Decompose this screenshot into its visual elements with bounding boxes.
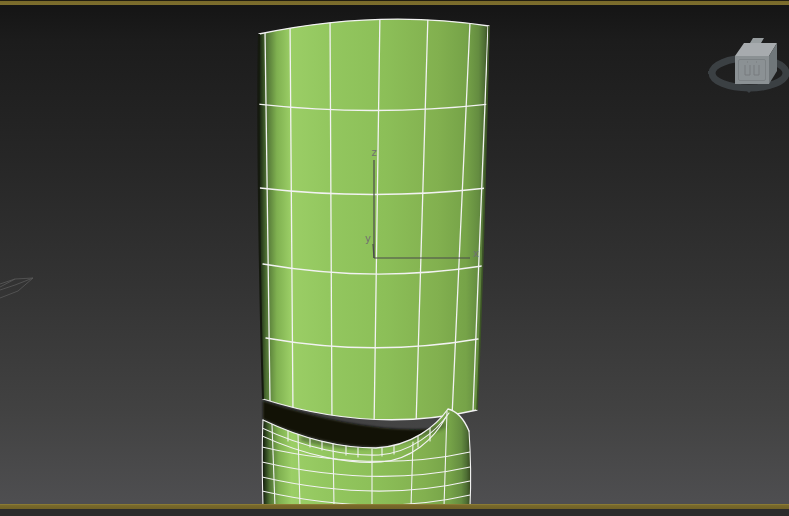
grid-edge: [0, 278, 33, 284]
axis-label-x: x: [473, 248, 479, 259]
viewcube-front-face[interactable]: [735, 56, 769, 84]
viewcube[interactable]: [708, 38, 786, 93]
viewcube-roof-tab: [750, 38, 764, 43]
viewport-canvas[interactable]: z y x: [0, 0, 789, 516]
window-edge-bottom: [0, 509, 789, 516]
viewport-active-border-top: [0, 0, 789, 5]
background-grid-wireframe[interactable]: [0, 278, 33, 298]
axis-label-z: z: [371, 147, 376, 158]
viewcube-compass-tick: [708, 71, 712, 74]
axis-label-y: y: [365, 233, 371, 244]
viewport-3d[interactable]: z y x: [0, 0, 789, 516]
